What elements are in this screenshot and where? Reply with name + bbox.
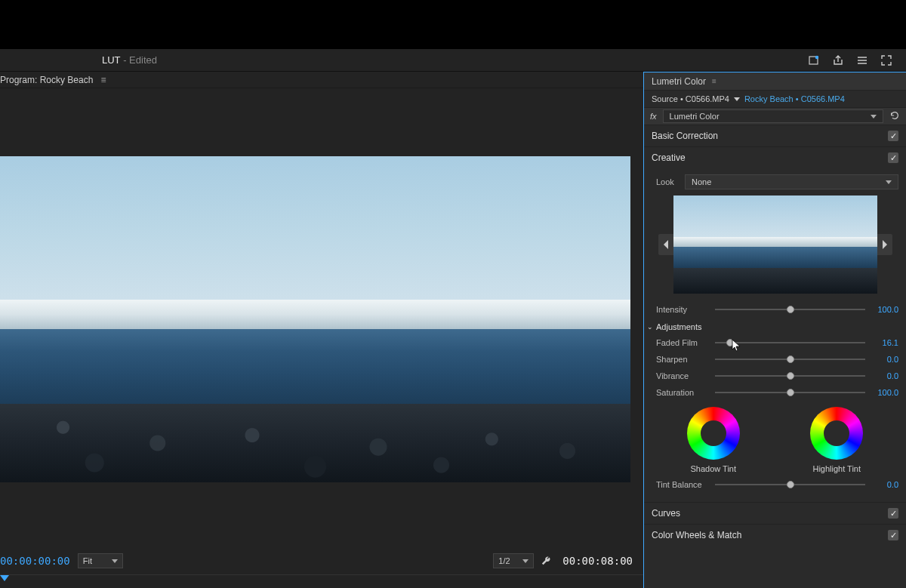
slider-faded-film: Faded Film 16.1 [652,334,898,351]
highlight-tint-wheel[interactable] [810,407,863,460]
svg-point-1 [815,55,818,58]
sharpen-value[interactable]: 0.0 [868,355,898,364]
section-head-wheels[interactable]: Color Wheels & Match [644,525,906,546]
panel-menu-icon[interactable]: ≡ [712,77,716,85]
slider-sharpen: Sharpen 0.0 [652,351,898,368]
shadow-tint-label: Shadow Tint [690,464,736,473]
fullscreen-icon[interactable] [874,53,898,68]
chevron-down-icon [522,559,528,563]
playhead-icon[interactable] [0,575,9,581]
section-color-wheels: Color Wheels & Match [644,525,906,546]
tint-balance-slider[interactable] [715,484,865,485]
source-label: Source • C0566.MP4 [652,94,729,103]
look-label: Look [656,177,679,186]
panel-tab[interactable]: Lumetri Color ≡ [644,72,906,91]
time-ruler[interactable] [0,574,643,588]
fx-name-select[interactable]: Lumetri Color [663,109,883,123]
section-basic-correction: Basic Correction [644,125,906,147]
section-head-creative[interactable]: Creative [644,147,906,168]
look-select[interactable]: None [685,174,898,189]
share-icon[interactable] [826,53,850,68]
slider-saturation: Saturation 100.0 [652,384,898,401]
toggle-wheels[interactable] [888,530,898,540]
shadow-tint-wheel[interactable] [687,407,740,460]
section-creative: Creative Look None Intensity [644,147,906,503]
document-title: LUT - Edited [102,54,157,66]
fx-badge[interactable]: fx [650,112,657,121]
fx-row: fx Lumetri Color [644,107,906,125]
saturation-slider[interactable] [715,392,865,393]
toggle-creative[interactable] [888,152,898,163]
vibrance-slider[interactable] [715,375,865,377]
zoom-select[interactable]: Fit [78,553,123,568]
chevron-down-icon[interactable] [734,97,740,101]
vibrance-value[interactable]: 0.0 [868,371,898,380]
prev-look-button[interactable] [658,234,673,255]
section-head-curves[interactable]: Curves [644,503,906,524]
toggle-curves[interactable] [888,508,898,519]
sequence-label: Rocky Beach • C0566.MP4 [744,94,845,103]
slider-intensity: Intensity 100.0 [652,301,898,318]
saturation-value[interactable]: 100.0 [868,388,898,397]
intensity-slider[interactable] [715,309,865,310]
new-item-icon[interactable] [802,53,826,68]
chevron-down-icon [871,115,877,119]
program-header: Program: Rocky Beach ≡ [0,72,643,88]
resolution-select[interactable]: 1/2 [493,553,534,568]
toggle-basic[interactable] [888,131,898,141]
reset-icon[interactable] [889,110,900,123]
chevron-down-icon [886,180,892,184]
faded-film-slider[interactable] [715,342,865,343]
settings-icon[interactable] [541,555,552,568]
slider-tint-balance: Tint Balance 0.0 [652,476,898,493]
sharpen-slider[interactable] [715,359,865,360]
transport-bar: 00:00:00:00 Fit 1/2 00:00:08:00 [0,547,643,574]
video-viewer[interactable] [0,88,643,547]
lumetri-panel: Lumetri Color ≡ Source • C0566.MP4 Rocky… [643,72,906,588]
timecode-current[interactable]: 00:00:00:00 [0,555,70,567]
program-monitor: Program: Rocky Beach ≡ 00:00:00:00 Fit 1… [0,72,643,588]
letterbox-top [0,0,906,49]
chevron-down-icon [112,559,118,563]
source-row: Source • C0566.MP4 Rocky Beach • C0566.M… [644,91,906,107]
slider-vibrance: Vibrance 0.0 [652,368,898,384]
faded-film-value[interactable]: 16.1 [868,338,898,347]
caret-down-icon: ⌄ [647,323,653,331]
section-head-basic[interactable]: Basic Correction [644,125,906,146]
video-frame [0,156,630,482]
panel-title: Lumetri Color [652,76,706,87]
intensity-value[interactable]: 100.0 [868,305,898,314]
program-label: Program: Rocky Beach [0,75,93,85]
timecode-duration: 00:00:08:00 [562,555,633,567]
next-look-button[interactable] [877,234,892,255]
hamburger-icon[interactable] [850,53,874,68]
title-bar: LUT - Edited [0,49,906,72]
look-preview [673,195,877,294]
adjustments-toggle[interactable]: ⌄ Adjustments [647,322,898,331]
panel-menu-icon[interactable]: ≡ [100,75,106,85]
highlight-tint-label: Highlight Tint [812,464,861,473]
section-curves: Curves [644,503,906,525]
tint-balance-value[interactable]: 0.0 [868,480,898,489]
